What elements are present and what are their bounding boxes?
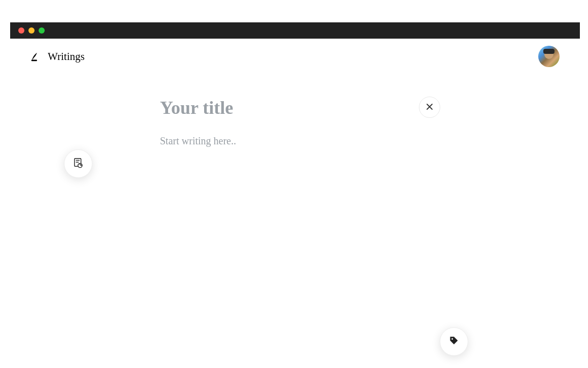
avatar[interactable] — [538, 46, 560, 67]
editor-area — [10, 74, 580, 92]
quill-icon — [30, 51, 42, 62]
window-maximize-button[interactable] — [39, 27, 45, 34]
app-header: Writings — [10, 39, 580, 74]
document-history-icon — [73, 157, 84, 170]
tag-icon — [449, 335, 459, 348]
window-titlebar — [10, 22, 580, 39]
close-button[interactable] — [419, 97, 440, 118]
app-window: Writings — [10, 22, 580, 368]
svg-rect-0 — [31, 59, 37, 61]
document-history-button[interactable] — [64, 149, 92, 178]
brand-name: Writings — [48, 50, 85, 63]
svg-point-5 — [451, 338, 453, 340]
window-close-button[interactable] — [18, 27, 24, 34]
annotation-overlay — [10, 74, 580, 92]
tag-button[interactable] — [440, 327, 468, 356]
close-icon — [426, 102, 433, 113]
title-input[interactable] — [160, 97, 404, 118]
window-minimize-button[interactable] — [28, 27, 35, 34]
brand[interactable]: Writings — [30, 50, 85, 63]
body-input[interactable] — [160, 135, 404, 170]
